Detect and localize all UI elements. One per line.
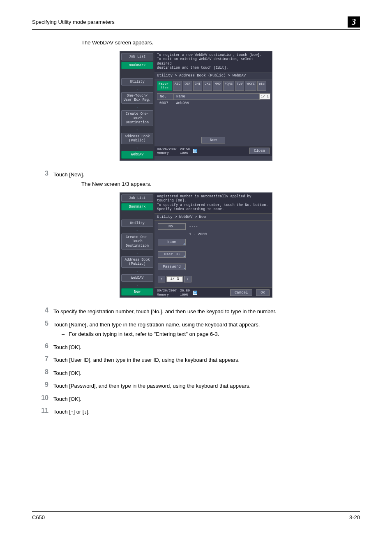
list-header: No. Name xyxy=(157,93,261,100)
step-text: Touch [User ID], and then type in the us… xyxy=(53,355,360,364)
step-text: To specify the registration number, touc… xyxy=(53,307,360,316)
step-number: 8 xyxy=(32,368,48,376)
job-list-button[interactable]: Job List xyxy=(121,53,153,60)
status-time: 20:59 xyxy=(180,289,190,292)
step-text: Touch [New]. xyxy=(53,171,360,179)
tab-mno[interactable]: MNO xyxy=(213,81,222,91)
down-arrow-icon: ↓ xyxy=(121,87,153,91)
no-range: 1 - 2000 xyxy=(189,232,207,236)
page-number: 1/ 3 xyxy=(166,276,183,282)
bookmark-button[interactable]: Bookmark xyxy=(121,62,153,69)
breadcrumb: Utility > Address Book (Public) > WebDAV xyxy=(154,72,272,79)
tab-abc[interactable]: ABC xyxy=(173,81,182,91)
status-date: 09/26/2007 xyxy=(157,289,177,292)
tab-ghi[interactable]: GHI xyxy=(193,81,202,91)
footer-model: C650 xyxy=(32,514,45,520)
index-tabs: Favor- ites ABC DEF GHI JKL MNO PQRS TUV… xyxy=(154,79,272,92)
user-id-button[interactable]: User ID xyxy=(158,251,186,258)
webdav-list-screenshot: Job List Bookmark Utility ↓ One-Touch/ U… xyxy=(120,51,272,161)
status-time: 20:58 xyxy=(180,147,190,151)
step-text: Touch [Password], and then type in the p… xyxy=(53,381,360,390)
step-text: Touch [OK]. xyxy=(53,368,360,377)
tab-tuv[interactable]: TUV xyxy=(235,81,244,91)
status-memory-value: 100% xyxy=(180,151,188,155)
down-arrow-icon: ↓ xyxy=(121,228,153,232)
step-number: 10 xyxy=(32,394,48,402)
list-item[interactable]: 0007 WebDAV xyxy=(157,101,261,106)
step-number: 5 xyxy=(32,320,48,327)
step-number: 3 xyxy=(32,170,48,177)
create-one-touch-button[interactable]: Create One-Touch Destination xyxy=(121,234,153,250)
step-number: 4 xyxy=(32,307,48,314)
new-button[interactable]: New xyxy=(201,137,225,143)
step-text: Touch [OK]. xyxy=(53,394,360,403)
instruction-text: To register a new WebDAV destination, to… xyxy=(154,51,272,72)
breadcrumb: Utility > WebDAV > New xyxy=(154,213,272,221)
address-book-button[interactable]: Address Book (Public) xyxy=(121,133,153,144)
no-value: ---- xyxy=(189,224,198,229)
ok-button[interactable]: OK xyxy=(256,289,270,296)
webdav-button[interactable]: WebDAV xyxy=(121,274,153,282)
password-button[interactable]: Password xyxy=(158,264,186,270)
tab-pqrs[interactable]: PQRS xyxy=(223,81,234,91)
status-memory-label: Memory xyxy=(157,151,169,155)
status-memory-value: 100% xyxy=(180,293,188,296)
new-nav-button[interactable]: New xyxy=(121,288,153,296)
address-book-button[interactable]: Address Book (Public) xyxy=(121,256,153,268)
step-text: Touch [OK]. xyxy=(53,342,360,352)
job-list-button[interactable]: Job List xyxy=(121,194,153,202)
cancel-button[interactable]: Cancel xyxy=(230,289,252,296)
col-name-header: Name xyxy=(174,94,260,99)
utility-button[interactable]: Utility xyxy=(121,220,153,227)
bookmark-button[interactable]: Bookmark xyxy=(121,203,153,210)
step-subtext: For details on typing in text, refer to … xyxy=(69,330,219,338)
status-icon: ✉ xyxy=(193,149,197,153)
step-text: Touch [Name], and then type in the regis… xyxy=(53,321,360,329)
footer-page: 3-20 xyxy=(349,514,360,520)
item-name: WebDAV xyxy=(176,101,189,105)
page-up-button[interactable]: ↑ xyxy=(158,276,165,282)
create-one-touch-button[interactable]: Create One-Touch Destination xyxy=(121,110,153,126)
step-number: 6 xyxy=(32,342,48,350)
one-touch-button[interactable]: One-Touch/ User Box Reg. xyxy=(121,92,153,104)
page-indicator: 1/ 1 xyxy=(259,93,270,99)
webdav-new-screenshot: Job List Bookmark Utility ↓ Create One-T… xyxy=(120,192,272,298)
down-arrow-icon: ↓ xyxy=(121,283,153,287)
status-date: 09/26/2007 xyxy=(157,147,177,151)
list-body: 1/ 1 0007 WebDAV xyxy=(157,100,261,135)
bullet-dash: – xyxy=(62,330,65,338)
webdav-button[interactable]: WebDAV xyxy=(121,151,153,158)
step-text: Touch [↑] or [↓]. xyxy=(53,407,360,416)
tab-favorites[interactable]: Favor- ites xyxy=(157,81,172,91)
status-memory-label: Memory xyxy=(157,293,169,296)
tab-jkl[interactable]: JKL xyxy=(203,81,212,91)
step-subtext: The New screen 1/3 appears. xyxy=(81,180,360,188)
close-button[interactable]: Close xyxy=(249,148,270,154)
no-button[interactable]: No. xyxy=(158,223,186,230)
tab-wxyz[interactable]: WXYZ xyxy=(245,81,256,91)
instruction-text: Registered number is automatically appli… xyxy=(154,193,272,214)
step-number: 7 xyxy=(32,355,48,363)
item-no: 0007 xyxy=(159,101,176,105)
step-number: 11 xyxy=(32,407,48,414)
utility-button[interactable]: Utility xyxy=(121,78,153,86)
down-arrow-icon: ↓ xyxy=(121,127,153,132)
section-title: Specifying Utility mode parameters xyxy=(32,19,115,25)
intro-text: The WebDAV screen appears. xyxy=(81,39,360,47)
tab-etc[interactable]: etc xyxy=(257,81,266,91)
status-icon: ✉ xyxy=(193,291,197,295)
page-down-button[interactable]: ↓ xyxy=(184,276,191,282)
down-arrow-icon: ↓ xyxy=(121,251,153,255)
tab-def[interactable]: DEF xyxy=(183,81,192,91)
name-button[interactable]: Name xyxy=(158,239,186,245)
step-number: 9 xyxy=(32,381,48,388)
down-arrow-icon: ↓ xyxy=(121,269,153,273)
chapter-number: 3 xyxy=(348,16,360,28)
col-no-header: No. xyxy=(157,94,174,99)
down-arrow-icon: ↓ xyxy=(121,105,153,109)
down-arrow-icon: ↓ xyxy=(121,146,153,150)
